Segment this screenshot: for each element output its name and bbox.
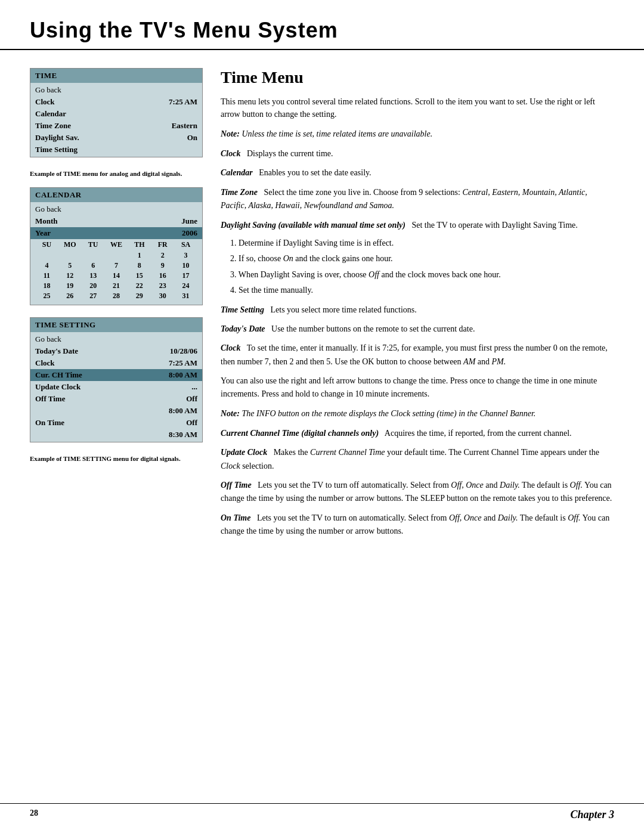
time-menu-box: TIME Go back Clock 7:25 AM Calendar Time… bbox=[30, 68, 203, 157]
section-title: Time Menu bbox=[221, 68, 614, 87]
calendar-desc: Calendar Enables you to set the date eas… bbox=[221, 166, 614, 179]
time-menu-caption: Example of TIME menu for analog and digi… bbox=[30, 169, 203, 178]
calendar-menu-body: Go back Month June Year 2006 SU MO bbox=[30, 202, 202, 305]
note1: Note: Unless the time is set, time relat… bbox=[221, 128, 614, 140]
page-title: Using the TV's Menu System bbox=[30, 18, 614, 43]
time-calendar-row: Calendar bbox=[30, 108, 202, 120]
todays-date-desc: Today's Date Use the number buttons on t… bbox=[221, 323, 614, 336]
daylight-term: Daylight Saving (available with manual t… bbox=[221, 221, 405, 230]
clock-desc: Clock Displays the current time. bbox=[221, 147, 614, 160]
ts-off-time-row: Off Time Off bbox=[30, 393, 202, 405]
page-footer: 28 Chapter 3 bbox=[0, 803, 644, 821]
note2: Note: The INFO button on the remote disp… bbox=[221, 407, 614, 420]
ts-update-clock-row: Update Clock ... bbox=[30, 381, 202, 393]
time-setting-menu-box: TIME SETTING Go back Today's Date 10/28/… bbox=[30, 317, 203, 442]
right-column: Time Menu This menu lets you control sev… bbox=[221, 68, 614, 544]
footer-chapter: Chapter 3 bbox=[570, 809, 614, 821]
off-time-desc: Off Time Lets you set the TV to turn off… bbox=[221, 479, 614, 506]
calendar-days-header: SU MO TU WE TH FR SA bbox=[35, 240, 197, 249]
timesetting-term: Time Setting bbox=[221, 305, 264, 314]
calendar-week-1: 1 2 3 bbox=[35, 250, 197, 261]
calendar-week-3: 11 12 13 14 15 16 17 bbox=[35, 271, 197, 281]
calendar-grid: SU MO TU WE TH FR SA bbox=[30, 239, 202, 304]
list-item: 4. Set the time manually. bbox=[230, 284, 614, 297]
timezone-term: Time Zone bbox=[221, 188, 258, 197]
calendar-week-4: 18 19 20 21 22 23 24 bbox=[35, 281, 197, 291]
time-setting-header: TIME SETTING bbox=[30, 318, 202, 332]
time-go-back[interactable]: Go back bbox=[30, 84, 202, 96]
list-item: 1. Determine if Daylight Saving time is … bbox=[230, 237, 614, 250]
off-time-term: Off Time bbox=[221, 481, 252, 490]
list-item: 2. If so, choose On and the clock gains … bbox=[230, 252, 614, 265]
calendar-menu-box: CALENDAR Go back Month June Year 2006 bbox=[30, 187, 203, 305]
time-setting-row: Time Setting bbox=[30, 144, 202, 156]
page: Using the TV's Menu System TIME Go back … bbox=[0, 0, 644, 833]
timesetting-desc: Time Setting Lets you select more time r… bbox=[221, 304, 614, 317]
ts-on-time-value-row: 8:30 AM bbox=[30, 429, 202, 441]
daylight-list: 1. Determine if Daylight Saving time is … bbox=[230, 237, 614, 298]
ts-off-time-value-row: 8:00 AM bbox=[30, 405, 202, 417]
ts-cur-ch-time-row: Cur. CH Time 8:00 AM bbox=[30, 369, 202, 381]
time-daylight-row: Daylight Sav. On bbox=[30, 132, 202, 144]
left-column: TIME Go back Clock 7:25 AM Calendar Time… bbox=[30, 68, 203, 544]
arrow-para: You can also use the right and left arro… bbox=[221, 374, 614, 401]
cur-ch-time-term: Current Channel Time (digital channels o… bbox=[221, 429, 379, 438]
time-setting-go-back[interactable]: Go back bbox=[30, 333, 202, 345]
calendar-year-row: Year 2006 bbox=[30, 227, 202, 239]
ts-todays-date-row: Today's Date 10/28/06 bbox=[30, 345, 202, 357]
todays-date-term: Today's Date bbox=[221, 324, 265, 333]
intro-text: This menu lets you control several time … bbox=[221, 95, 614, 120]
daylight-desc: Daylight Saving (available with manual t… bbox=[221, 219, 614, 298]
ts-on-time-row: On Time Off bbox=[30, 417, 202, 429]
clock-set-term: Clock bbox=[221, 343, 240, 352]
calendar-week-2: 4 5 6 7 8 9 10 bbox=[35, 261, 197, 271]
update-clock-desc: Update Clock Makes the Current Channel T… bbox=[221, 446, 614, 473]
footer-page-number: 28 bbox=[30, 809, 38, 821]
time-setting-caption: Example of TIME SETTING menu for digital… bbox=[30, 454, 203, 463]
on-time-term: On Time bbox=[221, 513, 250, 522]
update-clock-term: Update Clock bbox=[221, 448, 267, 457]
content-area: TIME Go back Clock 7:25 AM Calendar Time… bbox=[0, 68, 644, 544]
time-setting-body: Go back Today's Date 10/28/06 Clock 7:25… bbox=[30, 332, 202, 442]
calendar-term: Calendar bbox=[221, 168, 253, 177]
list-item: 3. When Daylight Saving is over, choose … bbox=[230, 268, 614, 281]
calendar-menu-header: CALENDAR bbox=[30, 188, 202, 202]
ts-clock-row: Clock 7:25 AM bbox=[30, 357, 202, 369]
calendar-go-back[interactable]: Go back bbox=[30, 203, 202, 215]
title-bar: Using the TV's Menu System bbox=[0, 0, 644, 50]
on-time-desc: On Time Lets you set the TV to turn on a… bbox=[221, 512, 614, 538]
time-timezone-row: Time Zone Eastern bbox=[30, 120, 202, 132]
clock-term: Clock bbox=[221, 149, 240, 158]
time-clock-row: Clock 7:25 AM bbox=[30, 96, 202, 108]
timezone-desc: Time Zone Select the time zone you live … bbox=[221, 186, 614, 213]
calendar-week-5: 25 26 27 28 29 30 31 bbox=[35, 291, 197, 301]
time-menu-header: TIME bbox=[30, 69, 202, 83]
calendar-month-row: Month June bbox=[30, 215, 202, 227]
cur-ch-time-desc: Current Channel Time (digital channels o… bbox=[221, 427, 614, 440]
time-menu-body: Go back Clock 7:25 AM Calendar Time Zone… bbox=[30, 83, 202, 157]
clock-set-desc: Clock To set the time, enter it manually… bbox=[221, 342, 614, 368]
